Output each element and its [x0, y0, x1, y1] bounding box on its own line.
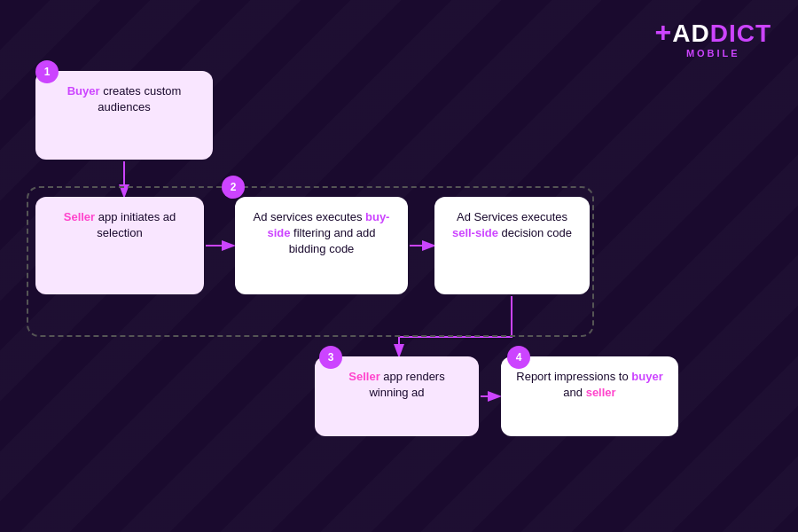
logo: +ADDICT MOBILE — [655, 18, 771, 59]
box-seller-initiates: Seller app initiates ad selection — [35, 197, 204, 294]
sellside-prefix: Ad Services executes — [457, 210, 567, 223]
seller-initiates-text: app initiates ad selection — [95, 210, 176, 239]
logo-title: +ADDICT — [655, 18, 771, 46]
step-badge-1: 1 — [35, 60, 59, 83]
logo-mobile-text: MOBILE — [686, 48, 740, 59]
buyer-creates-text: creates custom audiences — [98, 84, 181, 113]
box-buyside: Ad services executes buy-side filtering … — [235, 197, 408, 294]
seller-renders-text: app renders winning ad — [369, 370, 444, 399]
sellside-highlight: sell-side — [452, 226, 498, 239]
box-sellside: Ad Services executes sell-side decision … — [434, 197, 590, 294]
report-buyer: buyer — [631, 370, 662, 383]
logo-plus-icon: + — [655, 16, 673, 48]
buyer-label: Buyer — [67, 84, 100, 98]
box-seller-renders: Seller app renders winning ad — [315, 356, 479, 436]
box-report-impressions: Report impressions to buyer and seller — [501, 356, 678, 436]
step-badge-2: 2 — [222, 176, 245, 199]
step-badge-4: 4 — [507, 346, 530, 369]
step-badge-3: 3 — [319, 346, 342, 369]
buyside-suffix: filtering and add bidding code — [289, 226, 376, 255]
seller-initiates-label: Seller — [64, 210, 95, 223]
report-prefix: Report impressions to — [516, 370, 631, 383]
buyside-prefix: Ad services executes — [254, 210, 365, 223]
seller-renders-label: Seller — [348, 370, 379, 383]
box-buyer-creates: Buyer creates custom audiences — [35, 71, 213, 160]
report-seller: seller — [586, 386, 616, 399]
sellside-suffix: decision code — [498, 226, 572, 239]
report-and: and — [563, 386, 585, 399]
